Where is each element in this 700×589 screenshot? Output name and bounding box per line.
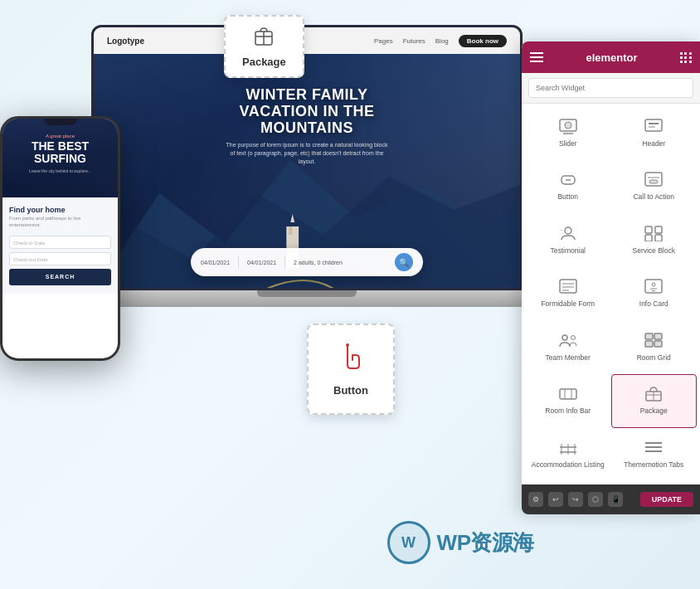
phone-checkin-input[interactable]: Check-in Date [9,236,111,249]
widget-header-label: Header [642,139,665,148]
accommodation-icon [558,437,578,457]
svg-point-11 [565,122,571,129]
room-grid-icon [644,330,664,350]
footer-icon-4[interactable]: ⬡ [588,492,603,507]
widget-accommodation[interactable]: Accommodation Listing [525,428,611,481]
service-block-icon [644,223,664,243]
laptop-base [83,290,531,307]
svg-rect-22 [645,226,652,233]
widget-form-label: Formidable Form [541,299,595,308]
svg-rect-38 [645,341,653,347]
phone-device: A great place THE BESTSURFING Leave the … [0,116,120,361]
laptop-hero-title: WINTER FAMILY VACATION IN THE MOUNTAINS [224,87,390,136]
svg-rect-25 [655,235,662,241]
wp-logo-circle: W [387,521,430,564]
package-widget-label: Package [242,56,286,68]
button-touch-icon [333,342,368,377]
widget-package-label: Package [640,406,668,415]
widget-service-label: Service Block [633,246,676,255]
widget-package[interactable]: Package [611,374,698,427]
svg-text:": " [561,229,562,234]
elementor-panel: elementor Slider Head [522,41,700,514]
phone-search-button[interactable]: SEARCH [9,269,111,285]
phone-notch [44,119,77,125]
phone-body: Find your home From parks and pathways t… [2,197,118,294]
nav-link-blog[interactable]: Blog [435,37,449,45]
footer-icon-1[interactable]: ⚙ [528,492,543,507]
laptop-nav: Logotype Pages Futures Blog Book now [94,27,520,54]
widget-search-input[interactable] [528,78,693,98]
widget-service-block[interactable]: Service Block [611,214,698,267]
phone-hero-label: A great place [9,134,111,139]
laptop-device: Logotype Pages Futures Blog Book now [91,25,523,489]
svg-rect-40 [560,389,576,399]
svg-point-35 [571,335,575,339]
widget-tabs-label: Thememotion Tabs [624,460,683,469]
nav-link-pages[interactable]: Pages [374,37,393,45]
widget-testimonial-label: Testimonial [550,246,586,255]
footer-icon-3[interactable]: ↪ [568,492,583,507]
search-guests: 2 adults, 0 children [294,260,343,265]
wp-logo-text: W [401,534,416,552]
phone-hero-sub: Leave the city behind to explore... [9,168,111,173]
grid-icon[interactable] [680,52,692,63]
phone-checkout-input[interactable]: Check-out Date [9,252,111,265]
phone-screen: A great place THE BESTSURFING Leave the … [2,119,118,358]
svg-rect-37 [654,333,662,339]
svg-rect-24 [645,235,652,241]
widget-tabs[interactable]: Thememotion Tabs [611,428,698,481]
widget-team-member[interactable]: Team Member [525,321,611,374]
laptop-hero-subtitle: The purpose of lorem ipsum is to create … [224,141,390,165]
main-scene: Logotype Pages Futures Blog Book now [0,0,700,589]
nav-link-futures[interactable]: Futures [403,37,425,45]
widget-cta[interactable]: Call to Action [611,160,698,213]
testimonial-icon: " [558,223,578,243]
svg-point-8 [346,343,349,347]
widget-form[interactable]: Formidable Form [525,267,611,320]
svg-rect-4 [289,226,292,235]
widget-room-info-bar[interactable]: Room Info Bar [525,374,611,427]
svg-rect-39 [654,341,662,347]
laptop-hero: WINTER FAMILY VACATION IN THE MOUNTAINS … [94,54,520,290]
phone-hero: A great place THE BESTSURFING Leave the … [2,119,118,197]
laptop-search-bar[interactable]: 04/01/2021 04/01/2021 2 adults, 0 childr… [191,248,423,276]
svg-rect-23 [655,226,662,233]
wp-watermark: W WP资源海 [387,521,534,564]
phone-hero-title: THE BESTSURFING [9,140,111,166]
elementor-header: elementor [522,41,700,73]
package-widget-icon [644,383,664,403]
svg-point-20 [565,227,571,234]
widget-testimonial[interactable]: " Testimonial [525,214,611,267]
search-date1: 04/01/2021 [201,260,230,265]
widget-button-label: Button [557,192,578,201]
info-card-icon [644,276,664,296]
search-submit-button[interactable]: 🔍 [395,253,413,271]
widget-button[interactable]: Button [525,160,611,213]
laptop-screen: Logotype Pages Futures Blog Book now [91,25,523,290]
update-button[interactable]: UPDATE [640,492,693,507]
footer-icon-5[interactable]: 📱 [608,492,623,507]
elementor-search[interactable] [522,73,700,104]
widget-header[interactable]: Header [611,107,698,160]
svg-rect-26 [560,280,576,293]
widget-slider[interactable]: Slider [525,107,611,160]
button-widget-icon [558,169,578,189]
room-info-bar-icon [558,383,578,403]
widget-info-card[interactable]: Info Card [611,267,698,320]
book-now-button[interactable]: Book now [459,35,507,47]
svg-rect-19 [649,180,658,183]
elementor-title: elementor [550,51,673,64]
footer-icon-2[interactable]: ↩ [548,492,563,507]
widget-slider-label: Slider [559,139,577,148]
button-widget-label: Button [333,384,368,397]
svg-point-31 [652,283,655,286]
widget-room-grid[interactable]: Room Grid [611,321,698,374]
form-icon [558,276,578,296]
svg-rect-36 [645,333,653,339]
widget-cta-label: Call to Action [633,192,674,201]
widget-room-grid-label: Room Grid [637,353,671,362]
hamburger-icon[interactable] [530,52,543,62]
slider-icon [558,116,578,136]
phone-section-title: Find your home [9,206,111,214]
laptop-logo: Logotype [107,37,144,46]
